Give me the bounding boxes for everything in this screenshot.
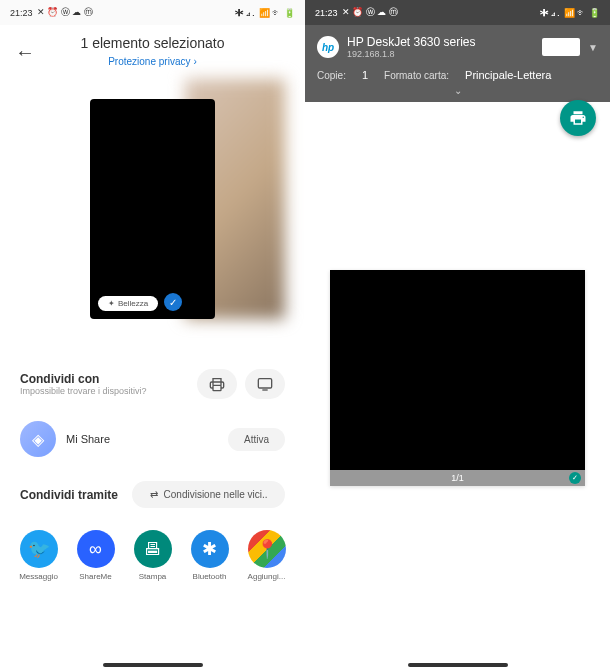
page-selected-check-icon[interactable]: ✓ [569,472,581,484]
print-preview-container: 1/1 ✓ [305,102,610,653]
page-counter: 1/1 [451,473,464,483]
privacy-link[interactable]: Protezione privacy › [108,56,197,67]
print-options-row: Copie: 1 Formato carta: Principale-Lette… [317,69,598,81]
status-bar: 21:23 ✕ ⏰ ⓦ ☁ ⓜ ✱ ⊿᎐ 📶 ᯤ 🔋 [0,0,305,25]
copies-label: Copie: [317,70,346,81]
format-label: Formato carta: [384,70,449,81]
maps-icon: 📍 [248,530,286,568]
header-title: 1 elemento selezionato [15,35,290,51]
svg-rect-0 [213,385,221,390]
ink-levels-indicator [542,38,580,56]
share-app-aggiungi[interactable]: 📍 Aggiungi... [239,530,294,581]
photo-preview-area: Bellezza ✓ [20,79,285,339]
status-right-icons: ✱ ⊿᎐ 📶 ᯤ 🔋 [540,8,600,18]
page-footer: 1/1 ✓ [330,470,585,486]
printer-name: HP DeskJet 3630 series [347,35,534,49]
nearby-icon: ⇄ [150,489,158,500]
nav-bar[interactable] [103,663,203,667]
share-app-stampa[interactable]: 🖶 Stampa [125,530,180,581]
status-right-icons: ✱ ⊿᎐ 📶 ᯤ 🔋 [235,8,295,18]
mishare-icon: ◈ [20,421,56,457]
share-via-section: Condividi tramite ⇄ Condivisione nelle v… [0,469,305,520]
status-time: 21:23 [315,8,338,18]
mishare-activate-button[interactable]: Attiva [228,428,285,451]
cast-icon [257,376,273,392]
mishare-label: Mi Share [66,433,110,445]
printer-icon [569,109,587,127]
nav-bar[interactable] [408,663,508,667]
dropdown-arrow-icon: ▼ [588,42,598,53]
bellezza-chip[interactable]: Bellezza [98,296,158,311]
share-via-title: Condividi tramite [20,488,118,502]
copies-value[interactable]: 1 [362,69,368,81]
status-left-icons: ✕ ⏰ ⓦ ☁ ⓜ [37,6,93,19]
print-fab-button[interactable] [560,100,596,136]
print-button[interactable] [197,369,237,399]
print-preview-page[interactable]: 1/1 ✓ [330,270,585,486]
printer-selector[interactable]: hp HP DeskJet 3630 series 192.168.1.8 ▼ [317,35,598,59]
expand-options-chevron[interactable]: ⌄ [317,81,598,96]
selection-check-icon[interactable]: ✓ [164,293,182,311]
nearby-share-chip[interactable]: ⇄ Condivisione nelle vici.. [132,481,285,508]
status-time: 21:23 [10,8,33,18]
page-content [330,270,585,470]
share-app-messaggio[interactable]: 🐦 Messaggio [11,530,66,581]
status-left-icons: ✕ ⏰ ⓦ ☁ ⓜ [342,6,398,19]
twitter-icon: 🐦 [20,530,58,568]
mishare-row: ◈ Mi Share Attiva [0,409,305,469]
print-header: hp HP DeskJet 3630 series 192.168.1.8 ▼ … [305,25,610,102]
header: ← 1 elemento selezionato Protezione priv… [0,25,305,79]
share-app-bluetooth[interactable]: ✱ Bluetooth [182,530,237,581]
share-app-shareme[interactable]: ∞ ShareMe [68,530,123,581]
phone-left-gallery-share: 21:23 ✕ ⏰ ⓦ ☁ ⓜ ✱ ⊿᎐ 📶 ᯤ 🔋 ← 1 elemento … [0,0,305,671]
phone-right-print-dialog: 21:23 ✕ ⏰ ⓦ ☁ ⓜ ✱ ⊿᎐ 📶 ᯤ 🔋 hp HP DeskJet… [305,0,610,671]
share-with-section: Condividi con Impossibile trovare i disp… [0,359,305,409]
printer-ip: 192.168.1.8 [347,49,534,59]
svg-rect-1 [258,379,271,388]
selected-photo-thumbnail[interactable]: Bellezza ✓ [90,99,215,319]
share-with-title: Condividi con [20,372,147,386]
status-bar: 21:23 ✕ ⏰ ⓦ ☁ ⓜ ✱ ⊿᎐ 📶 ᯤ 🔋 [305,0,610,25]
cast-button[interactable] [245,369,285,399]
share-with-subtitle[interactable]: Impossibile trovare i dispositivi? [20,386,147,396]
printer-icon [209,376,225,392]
chevron-right-icon: › [193,56,196,67]
print-app-icon: 🖶 [134,530,172,568]
share-apps-row: 🐦 Messaggio ∞ ShareMe 🖶 Stampa ✱ Bluetoo… [0,520,305,581]
hp-logo-icon: hp [317,36,339,58]
shareme-icon: ∞ [77,530,115,568]
bluetooth-icon: ✱ [191,530,229,568]
format-value[interactable]: Principale-Lettera [465,69,551,81]
